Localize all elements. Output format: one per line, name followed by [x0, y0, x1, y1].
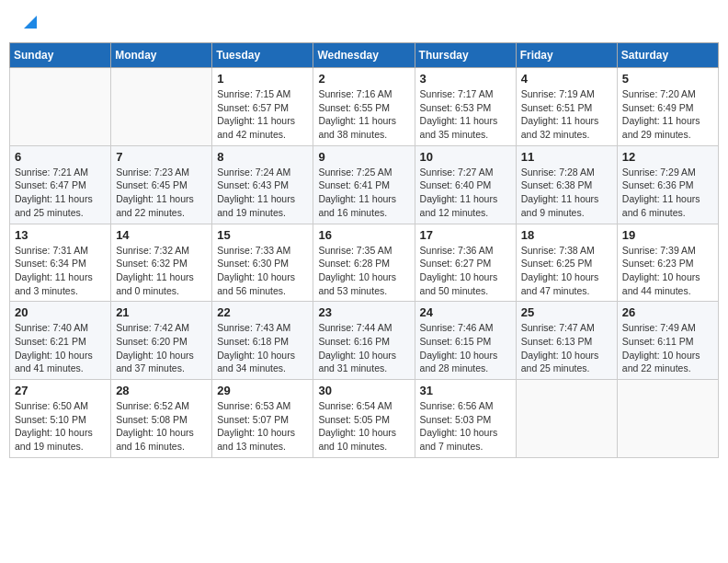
- day-info: Sunrise: 7:47 AM Sunset: 6:13 PM Dayligh…: [521, 321, 612, 375]
- day-number: 21: [116, 305, 207, 319]
- day-number: 26: [622, 305, 713, 319]
- calendar-cell: 9Sunrise: 7:25 AM Sunset: 6:41 PM Daylig…: [313, 145, 415, 224]
- calendar-cell: 1Sunrise: 7:15 AM Sunset: 6:57 PM Daylig…: [212, 68, 313, 146]
- day-number: 1: [217, 72, 308, 86]
- day-info: Sunrise: 7:23 AM Sunset: 6:45 PM Dayligh…: [116, 166, 207, 220]
- day-info: Sunrise: 7:33 AM Sunset: 6:30 PM Dayligh…: [217, 244, 308, 298]
- day-of-week-header: Monday: [111, 43, 212, 68]
- day-number: 12: [622, 150, 713, 164]
- calendar-cell: 23Sunrise: 7:44 AM Sunset: 6:16 PM Dayli…: [313, 302, 415, 380]
- day-number: 24: [420, 305, 511, 319]
- day-number: 8: [217, 150, 308, 164]
- day-number: 5: [622, 72, 713, 86]
- day-number: 29: [217, 384, 308, 397]
- calendar-cell: 30Sunrise: 6:54 AM Sunset: 5:05 PM Dayli…: [313, 380, 415, 458]
- day-info: Sunrise: 7:36 AM Sunset: 6:27 PM Dayligh…: [420, 244, 511, 298]
- day-number: 17: [420, 228, 511, 242]
- calendar-cell: 22Sunrise: 7:43 AM Sunset: 6:18 PM Dayli…: [212, 302, 313, 380]
- calendar-cell: [516, 380, 617, 458]
- day-number: 10: [420, 150, 511, 164]
- calendar-week-row: 6Sunrise: 7:21 AM Sunset: 6:47 PM Daylig…: [10, 145, 719, 224]
- day-number: 27: [15, 384, 106, 397]
- day-number: 23: [318, 305, 409, 319]
- calendar-cell: 8Sunrise: 7:24 AM Sunset: 6:43 PM Daylig…: [212, 145, 313, 224]
- day-info: Sunrise: 7:39 AM Sunset: 6:23 PM Dayligh…: [622, 244, 713, 298]
- day-info: Sunrise: 7:27 AM Sunset: 6:40 PM Dayligh…: [420, 166, 511, 220]
- day-number: 13: [15, 228, 106, 242]
- calendar-table: SundayMondayTuesdayWednesdayThursdayFrid…: [9, 42, 719, 458]
- day-of-week-header: Saturday: [617, 43, 718, 68]
- calendar-cell: 6Sunrise: 7:21 AM Sunset: 6:47 PM Daylig…: [10, 145, 111, 224]
- calendar-cell: 28Sunrise: 6:52 AM Sunset: 5:08 PM Dayli…: [111, 380, 212, 458]
- day-info: Sunrise: 6:50 AM Sunset: 5:10 PM Dayligh…: [15, 399, 106, 454]
- day-number: 30: [318, 384, 409, 397]
- calendar-cell: [10, 68, 111, 146]
- calendar-cell: 11Sunrise: 7:28 AM Sunset: 6:38 PM Dayli…: [516, 145, 617, 224]
- day-number: 11: [521, 150, 612, 164]
- day-info: Sunrise: 6:54 AM Sunset: 5:05 PM Dayligh…: [318, 399, 409, 454]
- calendar-week-row: 13Sunrise: 7:31 AM Sunset: 6:34 PM Dayli…: [10, 224, 719, 302]
- day-info: Sunrise: 7:35 AM Sunset: 6:28 PM Dayligh…: [318, 244, 409, 298]
- calendar-cell: 15Sunrise: 7:33 AM Sunset: 6:30 PM Dayli…: [212, 224, 313, 302]
- calendar-cell: [617, 380, 718, 458]
- day-info: Sunrise: 7:17 AM Sunset: 6:53 PM Dayligh…: [420, 87, 511, 142]
- calendar-week-row: 27Sunrise: 6:50 AM Sunset: 5:10 PM Dayli…: [10, 380, 719, 458]
- day-number: 19: [622, 228, 713, 242]
- svg-marker-0: [24, 16, 37, 29]
- day-info: Sunrise: 7:49 AM Sunset: 6:11 PM Dayligh…: [622, 321, 713, 375]
- calendar-cell: 2Sunrise: 7:16 AM Sunset: 6:55 PM Daylig…: [313, 68, 415, 146]
- day-info: Sunrise: 7:21 AM Sunset: 6:47 PM Dayligh…: [15, 166, 106, 220]
- day-number: 28: [116, 384, 207, 397]
- day-of-week-header: Sunday: [10, 43, 111, 68]
- day-of-week-header: Thursday: [415, 43, 516, 68]
- day-number: 7: [116, 150, 207, 164]
- day-number: 9: [318, 150, 409, 164]
- day-number: 16: [318, 228, 409, 242]
- calendar-cell: 14Sunrise: 7:32 AM Sunset: 6:32 PM Dayli…: [111, 224, 212, 302]
- day-info: Sunrise: 7:29 AM Sunset: 6:36 PM Dayligh…: [622, 166, 713, 220]
- calendar-cell: 5Sunrise: 7:20 AM Sunset: 6:49 PM Daylig…: [617, 68, 718, 146]
- calendar-cell: 10Sunrise: 7:27 AM Sunset: 6:40 PM Dayli…: [415, 145, 516, 224]
- day-number: 25: [521, 305, 612, 319]
- calendar-cell: 26Sunrise: 7:49 AM Sunset: 6:11 PM Dayli…: [617, 302, 718, 380]
- calendar-cell: 4Sunrise: 7:19 AM Sunset: 6:51 PM Daylig…: [516, 68, 617, 146]
- day-info: Sunrise: 7:20 AM Sunset: 6:49 PM Dayligh…: [622, 87, 713, 142]
- day-info: Sunrise: 7:44 AM Sunset: 6:16 PM Dayligh…: [318, 321, 409, 375]
- page-header: [9, 9, 719, 35]
- day-number: 2: [318, 72, 409, 86]
- calendar-cell: 29Sunrise: 6:53 AM Sunset: 5:07 PM Dayli…: [212, 380, 313, 458]
- day-info: Sunrise: 7:31 AM Sunset: 6:34 PM Dayligh…: [15, 244, 106, 298]
- day-info: Sunrise: 6:53 AM Sunset: 5:07 PM Dayligh…: [217, 399, 308, 454]
- day-number: 22: [217, 305, 308, 319]
- calendar-cell: 20Sunrise: 7:40 AM Sunset: 6:21 PM Dayli…: [10, 302, 111, 380]
- day-info: Sunrise: 7:24 AM Sunset: 6:43 PM Dayligh…: [217, 166, 308, 220]
- calendar-cell: 31Sunrise: 6:56 AM Sunset: 5:03 PM Dayli…: [415, 380, 516, 458]
- calendar-cell: [111, 68, 212, 146]
- day-info: Sunrise: 6:52 AM Sunset: 5:08 PM Dayligh…: [116, 399, 207, 454]
- calendar-header-row: SundayMondayTuesdayWednesdayThursdayFrid…: [10, 43, 719, 68]
- calendar-cell: 27Sunrise: 6:50 AM Sunset: 5:10 PM Dayli…: [10, 380, 111, 458]
- logo-triangle-icon: [22, 14, 39, 30]
- day-info: Sunrise: 6:56 AM Sunset: 5:03 PM Dayligh…: [420, 399, 511, 454]
- day-info: Sunrise: 7:38 AM Sunset: 6:25 PM Dayligh…: [521, 244, 612, 298]
- day-info: Sunrise: 7:42 AM Sunset: 6:20 PM Dayligh…: [116, 321, 207, 375]
- day-number: 18: [521, 228, 612, 242]
- day-of-week-header: Friday: [516, 43, 617, 68]
- day-number: 3: [420, 72, 511, 86]
- day-number: 20: [15, 305, 106, 319]
- day-number: 15: [217, 228, 308, 242]
- logo: [18, 14, 39, 30]
- day-number: 6: [15, 150, 106, 164]
- calendar-cell: 12Sunrise: 7:29 AM Sunset: 6:36 PM Dayli…: [617, 145, 718, 224]
- calendar-week-row: 1Sunrise: 7:15 AM Sunset: 6:57 PM Daylig…: [10, 68, 719, 146]
- day-number: 31: [420, 384, 511, 397]
- day-number: 4: [521, 72, 612, 86]
- calendar-cell: 3Sunrise: 7:17 AM Sunset: 6:53 PM Daylig…: [415, 68, 516, 146]
- calendar-cell: 16Sunrise: 7:35 AM Sunset: 6:28 PM Dayli…: [313, 224, 415, 302]
- day-of-week-header: Wednesday: [313, 43, 415, 68]
- day-info: Sunrise: 7:46 AM Sunset: 6:15 PM Dayligh…: [420, 321, 511, 375]
- calendar-cell: 18Sunrise: 7:38 AM Sunset: 6:25 PM Dayli…: [516, 224, 617, 302]
- day-info: Sunrise: 7:40 AM Sunset: 6:21 PM Dayligh…: [15, 321, 106, 375]
- calendar-cell: 13Sunrise: 7:31 AM Sunset: 6:34 PM Dayli…: [10, 224, 111, 302]
- day-info: Sunrise: 7:28 AM Sunset: 6:38 PM Dayligh…: [521, 166, 612, 220]
